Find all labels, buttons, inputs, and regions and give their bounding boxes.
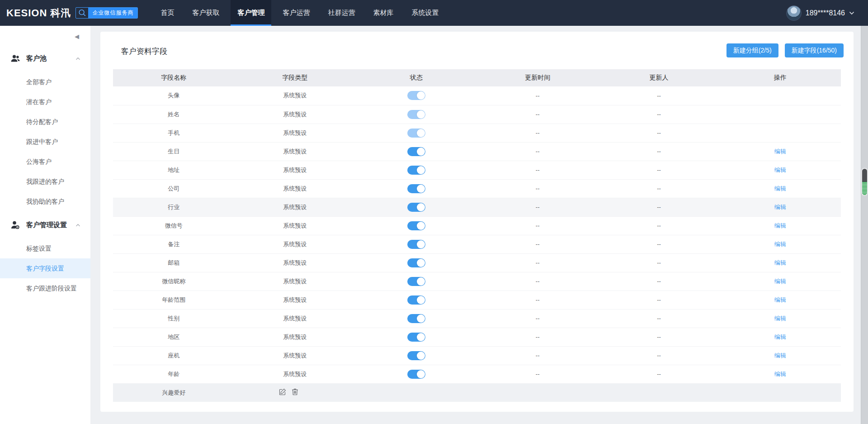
- table-row: 座机系统预设----编辑: [113, 346, 841, 365]
- status-toggle[interactable]: [407, 221, 425, 230]
- user-menu[interactable]: 189****8146: [786, 5, 854, 21]
- field-type: 系统预设: [234, 253, 355, 272]
- updated-time: --: [477, 309, 598, 328]
- sidebar-item[interactable]: 潜在客户: [0, 92, 90, 112]
- nav-menu: 首页客户获取客户管理客户运营社群运营素材库系统设置: [151, 0, 448, 26]
- table-row: 手机系统预设----: [113, 124, 841, 142]
- trash-icon[interactable]: [292, 388, 298, 395]
- field-type: 系统预设: [234, 124, 355, 142]
- new-field-button[interactable]: 新建字段(16/50): [785, 43, 844, 57]
- table-header-row: 字段名称字段类型状态更新时间更新人操作: [113, 69, 841, 86]
- edit-link[interactable]: 编辑: [774, 204, 786, 210]
- sidebar-item[interactable]: 客户跟进阶段设置: [0, 278, 90, 298]
- status-toggle[interactable]: [407, 166, 425, 175]
- edit-link[interactable]: 编辑: [774, 333, 786, 340]
- field-name: 地区: [113, 328, 234, 346]
- nav-item-4[interactable]: 客户运营: [276, 0, 316, 26]
- table-row: 邮箱系统预设----编辑: [113, 253, 841, 272]
- row-actions: 编辑: [720, 272, 841, 291]
- nav-item-1[interactable]: 首页: [154, 0, 181, 26]
- sidebar-item[interactable]: 公海客户: [0, 152, 90, 172]
- field-type: 系统预设: [234, 198, 355, 216]
- edit-link[interactable]: 编辑: [774, 296, 786, 303]
- updated-time: --: [477, 105, 598, 124]
- sidebar-section-title: 客户管理设置: [26, 221, 75, 229]
- field-name: 手机: [113, 124, 234, 142]
- sidebar-section-1[interactable]: 客户池: [0, 48, 90, 68]
- field-status: [356, 179, 477, 198]
- edit-link[interactable]: 编辑: [774, 371, 786, 377]
- field-status: [356, 383, 477, 402]
- status-toggle[interactable]: [407, 314, 425, 323]
- avatar[interactable]: [786, 5, 802, 21]
- sidebar-collapse-button[interactable]: ◀: [75, 33, 79, 39]
- sidebar-item[interactable]: 我协助的客户: [0, 191, 90, 211]
- page-scrollbar-track[interactable]: [861, 26, 868, 424]
- edit-link[interactable]: 编辑: [774, 185, 786, 192]
- service-badge: 企业微信服务商: [75, 7, 138, 19]
- status-toggle[interactable]: [407, 203, 425, 212]
- table-row: 性别系统预设----编辑: [113, 309, 841, 328]
- edit-link[interactable]: 编辑: [774, 278, 786, 285]
- row-actions: 编辑: [720, 291, 841, 309]
- edit-square-icon[interactable]: [279, 388, 286, 395]
- status-toggle[interactable]: [407, 333, 425, 342]
- sidebar-item[interactable]: 待分配客户: [0, 112, 90, 132]
- nav-item-2[interactable]: 客户获取: [185, 0, 226, 26]
- edit-link[interactable]: 编辑: [774, 259, 786, 266]
- sidebar-item[interactable]: 全部客户: [0, 72, 90, 92]
- column-header: 更新人: [598, 69, 719, 86]
- status-toggle[interactable]: [407, 277, 425, 286]
- updated-time: --: [477, 86, 598, 105]
- page-scrollbar-thumb[interactable]: [862, 169, 867, 195]
- sidebar-section-2[interactable]: 客户管理设置: [0, 215, 90, 235]
- edit-link[interactable]: 编辑: [774, 148, 786, 155]
- status-toggle[interactable]: [407, 129, 425, 138]
- status-toggle[interactable]: [407, 258, 425, 267]
- nav-item-5[interactable]: 社群运营: [321, 0, 362, 26]
- row-actions: 编辑: [720, 179, 841, 198]
- updated-by: --: [598, 198, 719, 216]
- card-header: 客户资料字段 新建分组(2/5) 新建字段(16/50): [100, 32, 854, 69]
- sidebar-item[interactable]: 跟进中客户: [0, 132, 90, 152]
- chevron-up-icon: [75, 57, 80, 60]
- column-header: 操作: [720, 69, 841, 86]
- nav-item-3[interactable]: 客户管理: [231, 0, 271, 26]
- edit-link[interactable]: 编辑: [774, 222, 786, 229]
- field-type: 系统预设: [234, 309, 355, 328]
- nav-item-6[interactable]: 素材库: [366, 0, 400, 26]
- users-icon: [11, 55, 20, 62]
- nav-item-7[interactable]: 系统设置: [405, 0, 445, 26]
- sidebar-item[interactable]: 标签设置: [0, 238, 90, 258]
- updated-time: --: [477, 328, 598, 346]
- status-toggle[interactable]: [407, 147, 425, 156]
- sidebar-sections: 客户池全部客户潜在客户待分配客户跟进中客户公海客户我跟进的客户我协助的客户客户管…: [0, 48, 90, 298]
- field-name: 行业: [113, 198, 234, 216]
- sidebar-item[interactable]: 客户字段设置: [0, 258, 90, 278]
- status-toggle[interactable]: [407, 184, 425, 193]
- status-toggle[interactable]: [407, 110, 425, 119]
- edit-link[interactable]: 编辑: [774, 167, 786, 173]
- status-toggle[interactable]: [407, 295, 425, 305]
- table-row: 姓名系统预设----: [113, 105, 841, 124]
- edit-link[interactable]: 编辑: [774, 352, 786, 359]
- field-name: 兴趣爱好: [113, 383, 234, 402]
- table-row: 微信号系统预设----编辑: [113, 216, 841, 235]
- table-row: 生日系统预设----编辑: [113, 142, 841, 161]
- sidebar-item[interactable]: 我跟进的客户: [0, 172, 90, 191]
- status-toggle[interactable]: [407, 370, 425, 379]
- updated-by: --: [598, 291, 719, 309]
- updated-by: --: [598, 86, 719, 105]
- edit-link[interactable]: 编辑: [774, 315, 786, 322]
- field-status: [356, 253, 477, 272]
- updated-by: --: [598, 124, 719, 142]
- status-toggle[interactable]: [407, 91, 425, 100]
- status-toggle[interactable]: [407, 240, 425, 249]
- new-group-button[interactable]: 新建分组(2/5): [726, 43, 778, 57]
- user-phone: 189****8146: [806, 9, 845, 17]
- field-name: 地址: [113, 161, 234, 179]
- status-toggle[interactable]: [407, 351, 425, 360]
- edit-link[interactable]: 编辑: [774, 241, 786, 248]
- row-actions: [720, 105, 841, 124]
- updated-by: --: [598, 105, 719, 124]
